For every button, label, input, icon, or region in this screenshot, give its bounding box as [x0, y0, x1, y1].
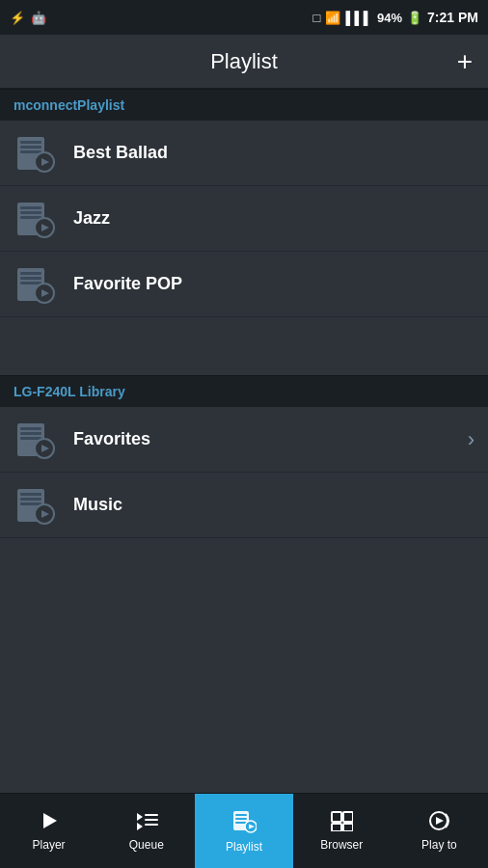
list-item[interactable]: Music [0, 473, 488, 538]
sim-icon: □ [313, 11, 321, 25]
svg-rect-44 [332, 824, 341, 831]
playlist-item-label: Jazz [73, 208, 474, 229]
svg-rect-14 [20, 277, 41, 280]
nav-label-player: Player [33, 838, 66, 852]
playlist-item-label: Favorites [73, 429, 468, 449]
header: Playlist + [0, 35, 488, 89]
battery-percentage: 94% [377, 11, 402, 25]
chevron-right-icon: › [468, 427, 474, 452]
playlist-item-icon [14, 418, 58, 462]
list-item[interactable]: Favorites › [0, 407, 488, 473]
empty-space [0, 317, 488, 375]
bottom-nav: Player Queue Playlist [0, 793, 488, 868]
svg-rect-25 [20, 493, 41, 496]
battery-icon: 🔋 [407, 11, 422, 25]
svg-rect-38 [235, 818, 247, 820]
section-header-lg: LG-F240L Library [0, 375, 488, 407]
svg-rect-19 [20, 427, 41, 430]
list-item[interactable]: Best Ballad [0, 121, 488, 186]
playto-icon [426, 810, 451, 834]
status-right-info: □ 📶 ▌▌▌ 94% 🔋 7:21 PM [313, 10, 478, 25]
playlist-item-icon [14, 197, 58, 241]
svg-rect-1 [20, 141, 41, 144]
svg-rect-42 [332, 812, 341, 822]
status-time: 7:21 PM [427, 10, 478, 25]
svg-rect-32 [145, 814, 158, 816]
status-left-icons: ⚡ 🤖 [10, 11, 46, 25]
svg-marker-35 [137, 823, 143, 830]
svg-rect-45 [343, 824, 353, 831]
nav-item-playto[interactable]: Play to [391, 794, 488, 868]
svg-rect-43 [343, 812, 353, 822]
svg-rect-37 [235, 814, 247, 816]
android-icon: 🤖 [31, 11, 46, 25]
svg-rect-15 [20, 282, 41, 285]
signal-icon: ▌▌▌ [345, 11, 372, 25]
playlist-item-label: Best Ballad [73, 143, 474, 163]
svg-rect-7 [20, 206, 41, 209]
nav-label-queue: Queue [129, 838, 164, 852]
list-item[interactable]: Favorite POP [0, 252, 488, 317]
usb-icon: ⚡ [10, 11, 25, 25]
nav-item-queue[interactable]: Queue [97, 794, 195, 868]
playlist-item-label: Favorite POP [73, 274, 474, 294]
nav-item-player[interactable]: Player [0, 794, 97, 868]
svg-marker-31 [137, 813, 143, 821]
queue-icon [135, 810, 158, 834]
playlist-item-icon [14, 262, 58, 307]
page-title: Playlist [54, 49, 434, 74]
nav-label-playlist: Playlist [226, 840, 262, 854]
playlist-item-icon [14, 483, 58, 528]
svg-rect-21 [20, 437, 41, 440]
svg-marker-30 [43, 813, 57, 828]
playlist-nav-icon [231, 808, 257, 836]
browser-icon [330, 810, 353, 834]
svg-rect-27 [20, 502, 41, 505]
nav-label-playto: Play to [421, 838, 457, 852]
svg-rect-3 [20, 150, 41, 153]
nav-label-browser: Browser [320, 838, 363, 852]
nav-item-browser[interactable]: Browser [293, 794, 391, 868]
svg-rect-33 [145, 819, 158, 821]
nav-item-playlist[interactable]: Playlist [195, 794, 292, 868]
playlist-item-icon [14, 131, 58, 176]
svg-rect-34 [145, 824, 158, 826]
main-content: mconnectPlaylist Best Ballad [0, 89, 488, 793]
list-item[interactable]: Jazz [0, 186, 488, 252]
svg-rect-9 [20, 216, 41, 219]
status-bar: ⚡ 🤖 □ 📶 ▌▌▌ 94% 🔋 7:21 PM [0, 0, 488, 35]
svg-marker-47 [436, 817, 444, 825]
wifi-icon: 📶 [325, 11, 340, 25]
svg-rect-26 [20, 498, 41, 501]
svg-rect-8 [20, 211, 41, 214]
svg-rect-20 [20, 432, 41, 435]
playlist-item-label: Music [73, 495, 474, 515]
player-icon [39, 810, 60, 834]
section-header-mconnect: mconnectPlaylist [0, 89, 488, 121]
svg-rect-2 [20, 146, 41, 149]
add-playlist-button[interactable]: + [434, 46, 473, 77]
svg-rect-13 [20, 272, 41, 275]
